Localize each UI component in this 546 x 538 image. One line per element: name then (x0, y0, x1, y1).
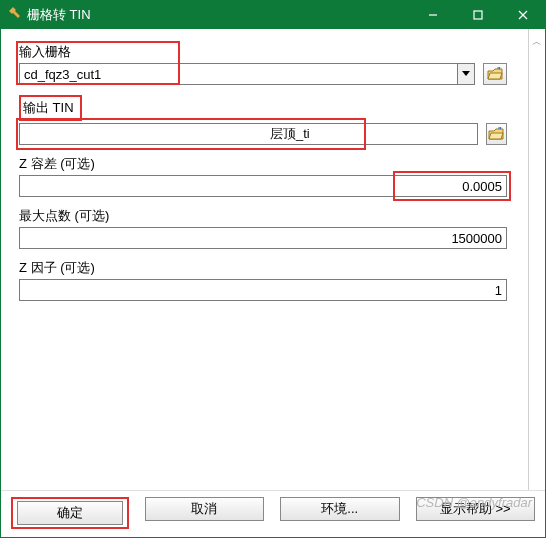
svg-rect-1 (474, 11, 482, 19)
z-factor-input[interactable] (19, 279, 507, 301)
browse-input-button[interactable] (483, 63, 507, 85)
highlight-box (393, 171, 511, 201)
dialog-window: 栅格转 TIN 输入栅格 输出 TI (0, 0, 546, 538)
minimize-button[interactable] (410, 1, 455, 29)
close-button[interactable] (500, 1, 545, 29)
highlight-box: 确定 (11, 497, 129, 529)
svg-marker-4 (462, 71, 470, 76)
environments-button[interactable]: 环境... (280, 497, 400, 521)
form: 输入栅格 输出 TIN (19, 43, 533, 482)
window-controls (410, 1, 545, 29)
highlight-box (16, 118, 366, 150)
dialog-body: 输入栅格 输出 TIN (1, 29, 545, 490)
titlebar: 栅格转 TIN (1, 1, 545, 29)
dropdown-button[interactable] (457, 63, 475, 85)
max-points-label: 最大点数 (可选) (19, 207, 507, 225)
button-bar: 确定 取消 环境... 显示帮助 >> (1, 490, 545, 537)
scroll-up-icon: ︿ (532, 35, 542, 49)
app-icon (7, 7, 21, 24)
browse-output-button[interactable] (486, 123, 507, 145)
max-points-input[interactable] (19, 227, 507, 249)
cancel-button[interactable]: 取消 (145, 497, 265, 521)
window-title: 栅格转 TIN (27, 6, 410, 24)
scrollbar[interactable]: ︿ (528, 29, 545, 490)
z-factor-label: Z 因子 (可选) (19, 259, 507, 277)
highlight-box (16, 41, 180, 85)
maximize-button[interactable] (455, 1, 500, 29)
show-help-button[interactable]: 显示帮助 >> (416, 497, 536, 521)
ok-button[interactable]: 确定 (17, 501, 123, 525)
